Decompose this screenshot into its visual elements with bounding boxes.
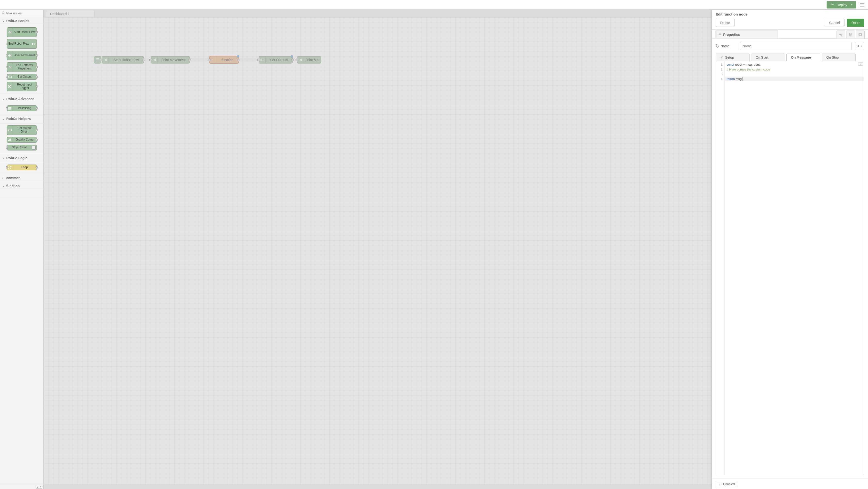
palette-node[interactable]: Stop Robot [7,145,37,150]
svg-rect-2 [860,6,864,6]
chevron-down-icon: ⌄ [2,98,5,100]
node-output-port [36,66,38,68]
node-output-port [36,76,38,78]
palette-category-header[interactable]: ⌄RobCo Helpers [0,115,43,123]
palette-node-label: Start Robot Flow [13,30,37,34]
svg-rect-0 [860,3,864,4]
palette-filter [0,10,43,17]
setup-tab[interactable]: Setup [716,54,750,61]
node-palette: ⌄RobCo BasicsStart Robot FlowEnd Robot F… [0,10,43,489]
node-input-port [6,147,8,148]
appearance-icon [859,33,862,36]
main-menu-button[interactable] [858,1,866,8]
palette-node-label: Set Output [13,75,37,79]
properties-tab[interactable]: Properties [715,31,778,38]
palette-node[interactable]: Palletising [7,106,37,111]
toggle-icon [7,74,13,80]
svg-point-30 [840,34,841,35]
editor-body: Name ▼ Setup On Start On Message On Stop [712,38,868,479]
enabled-toggle[interactable]: Enabled [716,481,738,487]
palette-node[interactable]: End - effector Movement [7,62,37,72]
on-message-tab[interactable]: On Message [786,54,820,61]
palette-node-label: Palletising [13,106,37,111]
palette-node-label: End - effector Movement [13,63,37,71]
language-picker-button[interactable]: ▼ [855,42,864,50]
palette-node[interactable]: Loop [7,165,37,170]
palette-filter-input[interactable] [6,11,41,15]
hamburger-icon [860,3,864,6]
palette-node[interactable]: Gravity Comp [7,137,37,143]
palette-node[interactable]: Set Output Direct [7,125,37,135]
palette-node[interactable]: Robot Input Trigger [7,82,37,91]
node-square-handle [32,146,36,149]
chevron-down-icon: ⌄ [2,185,5,187]
document-icon [849,33,852,36]
svg-rect-6 [32,42,33,45]
svg-point-29 [719,34,720,35]
node-editor-panel: Edit function node Delete Cancel Done Pr… [712,10,868,489]
editor-top-tabs: Properties [712,30,868,38]
palette-category-body [0,190,43,196]
svg-point-10 [8,76,9,78]
palette-category-label: RobCo Basics [6,19,29,23]
arrow-out-icon [31,39,37,49]
arrow-in-icon [7,62,13,72]
node-output-port [36,107,38,109]
on-start-tab[interactable]: On Start [751,54,785,61]
palette-category-header[interactable]: ⌄RobCo Advanced [0,95,43,103]
palette-node[interactable]: Joint Movement [7,51,37,60]
node-appearance-tab[interactable] [856,31,865,38]
palette-node-label: End Robot Flow [7,42,31,46]
node-input-port [6,43,8,45]
palette-node[interactable]: End Robot Flow [7,39,37,49]
toggle-circle-icon [719,483,721,485]
node-description-tab[interactable] [846,31,855,38]
chevron-right-icon: › [2,177,5,179]
palette-category-body: Start Robot FlowEnd Robot FlowJoint Move… [0,25,43,95]
node-settings-tab[interactable] [837,31,845,38]
palette-node-label: Set Output Direct [13,126,37,134]
chevron-down-icon: ⌄ [2,20,5,22]
node-output-port [36,167,38,168]
palette-category-body: Palletising [0,103,43,115]
deploy-button[interactable]: Deploy ▼ [827,1,857,8]
palette-category-header[interactable]: ⌄RobCo Basics [0,17,43,25]
done-button[interactable]: Done [847,19,864,27]
palette-category-header[interactable]: ›common [0,174,43,182]
palette-category-header[interactable]: ⌄function [0,182,43,190]
code-content[interactable]: const robot = msg.robot;// Here comes th… [724,61,864,475]
palette-collapse-down-button[interactable]: ▾ [39,485,42,489]
on-stop-tab[interactable]: On Stop [822,54,856,61]
name-input[interactable] [740,42,851,50]
palette-category-label: function [6,184,20,188]
svg-rect-36 [859,34,861,35]
palette-category-label: common [6,176,20,180]
delete-button[interactable]: Delete [716,19,735,27]
palette-category-label: RobCo Helpers [6,117,31,121]
code-gutter: 1234 [716,61,724,475]
code-editor[interactable]: 1234 const robot = msg.robot;// Here com… [716,61,864,475]
palette-category-label: RobCo Advanced [6,97,34,101]
svg-point-16 [8,130,9,131]
function-tabs: Setup On Start On Message On Stop [716,54,864,61]
gear-icon [839,33,843,36]
properties-tab-label: Properties [723,33,740,36]
svg-point-3 [2,11,4,13]
node-output-port [36,31,38,33]
svg-line-4 [4,13,5,14]
svg-rect-8 [11,66,11,68]
palette-node[interactable]: Set Output [7,74,37,80]
gear-icon [720,56,723,59]
palette-category-header[interactable]: ⌄RobCo Logic [0,154,43,162]
svg-rect-7 [11,54,11,57]
palette-node-label: Joint Movement [13,53,37,58]
cancel-button[interactable]: Cancel [825,19,844,27]
palette-node[interactable]: Start Robot Flow [7,27,37,37]
palette-collapse-up-button[interactable]: ▴ [36,485,39,489]
svg-rect-1 [860,5,864,5]
palette-node-label: Gravity Comp [13,138,37,142]
palette-category-label: RobCo Logic [6,156,27,160]
palette-node-label: Stop Robot [7,145,32,150]
name-field-row: Name ▼ [716,42,864,50]
node-output-port [36,139,38,141]
